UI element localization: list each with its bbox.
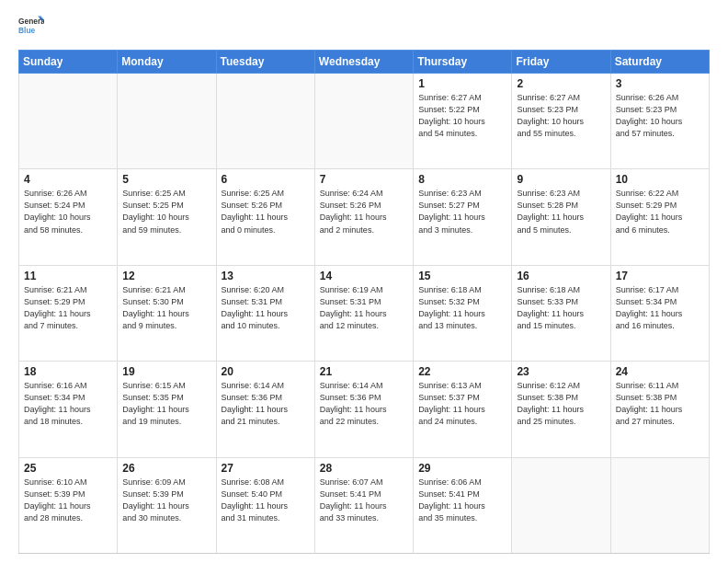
week-row-4: 18Sunrise: 6:16 AM Sunset: 5:34 PM Dayli… <box>19 362 710 457</box>
weekday-header-row: SundayMondayTuesdayWednesdayThursdayFrid… <box>19 51 710 74</box>
day-info: Sunrise: 6:16 AM Sunset: 5:34 PM Dayligh… <box>24 380 112 428</box>
day-number: 1 <box>418 77 506 90</box>
table-row: 5Sunrise: 6:25 AM Sunset: 5:25 PM Daylig… <box>118 169 216 265</box>
day-info: Sunrise: 6:25 AM Sunset: 5:25 PM Dayligh… <box>122 188 210 236</box>
day-number: 22 <box>418 365 506 378</box>
day-info: Sunrise: 6:11 AM Sunset: 5:38 PM Dayligh… <box>616 380 704 428</box>
table-row: 6Sunrise: 6:25 AM Sunset: 5:26 PM Daylig… <box>216 169 314 265</box>
day-info: Sunrise: 6:26 AM Sunset: 5:23 PM Dayligh… <box>616 92 704 140</box>
table-row: 20Sunrise: 6:14 AM Sunset: 5:36 PM Dayli… <box>216 362 314 457</box>
table-row <box>118 74 216 169</box>
day-info: Sunrise: 6:23 AM Sunset: 5:27 PM Dayligh… <box>418 188 506 236</box>
table-row: 18Sunrise: 6:16 AM Sunset: 5:34 PM Dayli… <box>19 362 118 457</box>
table-row <box>314 74 413 169</box>
day-number: 10 <box>616 173 704 186</box>
table-row: 19Sunrise: 6:15 AM Sunset: 5:35 PM Dayli… <box>118 362 216 457</box>
day-info: Sunrise: 6:18 AM Sunset: 5:32 PM Dayligh… <box>418 284 506 332</box>
day-number: 27 <box>222 462 310 475</box>
week-row-3: 11Sunrise: 6:21 AM Sunset: 5:29 PM Dayli… <box>19 265 710 361</box>
day-info: Sunrise: 6:20 AM Sunset: 5:31 PM Dayligh… <box>222 284 310 332</box>
table-row: 21Sunrise: 6:14 AM Sunset: 5:36 PM Dayli… <box>314 362 413 457</box>
weekday-header-wednesday: Wednesday <box>314 51 413 74</box>
day-info: Sunrise: 6:14 AM Sunset: 5:36 PM Dayligh… <box>222 380 310 428</box>
table-row: 15Sunrise: 6:18 AM Sunset: 5:32 PM Dayli… <box>414 265 512 361</box>
day-number: 8 <box>418 173 506 186</box>
table-row: 27Sunrise: 6:08 AM Sunset: 5:40 PM Dayli… <box>216 457 314 553</box>
calendar-header: SundayMondayTuesdayWednesdayThursdayFrid… <box>19 51 710 74</box>
table-row: 26Sunrise: 6:09 AM Sunset: 5:39 PM Dayli… <box>118 457 216 553</box>
day-number: 16 <box>517 270 605 282</box>
table-row: 2Sunrise: 6:27 AM Sunset: 5:23 PM Daylig… <box>512 74 610 169</box>
table-row: 16Sunrise: 6:18 AM Sunset: 5:33 PM Dayli… <box>512 265 610 361</box>
table-row: 3Sunrise: 6:26 AM Sunset: 5:23 PM Daylig… <box>610 74 709 169</box>
day-number: 2 <box>517 77 605 90</box>
table-row: 1Sunrise: 6:27 AM Sunset: 5:22 PM Daylig… <box>414 74 512 169</box>
table-row: 29Sunrise: 6:06 AM Sunset: 5:41 PM Dayli… <box>414 457 512 553</box>
day-info: Sunrise: 6:22 AM Sunset: 5:29 PM Dayligh… <box>616 188 704 236</box>
table-row: 4Sunrise: 6:26 AM Sunset: 5:24 PM Daylig… <box>19 169 118 265</box>
day-number: 23 <box>517 365 605 378</box>
table-row: 12Sunrise: 6:21 AM Sunset: 5:30 PM Dayli… <box>118 265 216 361</box>
day-info: Sunrise: 6:13 AM Sunset: 5:37 PM Dayligh… <box>418 380 506 428</box>
day-info: Sunrise: 6:08 AM Sunset: 5:40 PM Dayligh… <box>222 477 310 524</box>
calendar-table: SundayMondayTuesdayWednesdayThursdayFrid… <box>18 50 710 554</box>
calendar-body: 1Sunrise: 6:27 AM Sunset: 5:22 PM Daylig… <box>19 74 710 554</box>
table-row: 7Sunrise: 6:24 AM Sunset: 5:26 PM Daylig… <box>314 169 413 265</box>
day-number: 15 <box>418 270 506 282</box>
weekday-header-friday: Friday <box>512 51 610 74</box>
week-row-2: 4Sunrise: 6:26 AM Sunset: 5:24 PM Daylig… <box>19 169 710 265</box>
day-number: 4 <box>24 173 112 186</box>
day-number: 21 <box>320 365 408 378</box>
day-number: 19 <box>122 365 210 378</box>
day-info: Sunrise: 6:14 AM Sunset: 5:36 PM Dayligh… <box>320 380 408 428</box>
table-row: 28Sunrise: 6:07 AM Sunset: 5:41 PM Dayli… <box>314 457 413 553</box>
day-number: 9 <box>517 173 605 186</box>
table-row: 24Sunrise: 6:11 AM Sunset: 5:38 PM Dayli… <box>610 362 709 457</box>
table-row: 23Sunrise: 6:12 AM Sunset: 5:38 PM Dayli… <box>512 362 610 457</box>
day-info: Sunrise: 6:09 AM Sunset: 5:39 PM Dayligh… <box>122 477 210 524</box>
day-info: Sunrise: 6:21 AM Sunset: 5:30 PM Dayligh… <box>122 284 210 332</box>
weekday-header-saturday: Saturday <box>610 51 709 74</box>
day-info: Sunrise: 6:15 AM Sunset: 5:35 PM Dayligh… <box>122 380 210 428</box>
table-row <box>216 74 314 169</box>
svg-text:Blue: Blue <box>18 26 35 35</box>
page: General Blue SundayMondayTuesdayWednesda… <box>0 0 728 563</box>
table-row: 25Sunrise: 6:10 AM Sunset: 5:39 PM Dayli… <box>19 457 118 553</box>
day-number: 29 <box>418 462 506 475</box>
day-info: Sunrise: 6:25 AM Sunset: 5:26 PM Dayligh… <box>222 188 310 236</box>
weekday-header-tuesday: Tuesday <box>216 51 314 74</box>
table-row <box>19 74 118 169</box>
day-number: 6 <box>222 173 310 186</box>
day-number: 14 <box>320 270 408 282</box>
weekday-header-thursday: Thursday <box>414 51 512 74</box>
header: General Blue <box>18 15 710 40</box>
day-info: Sunrise: 6:27 AM Sunset: 5:23 PM Dayligh… <box>517 92 605 140</box>
logo: General Blue <box>18 15 44 40</box>
day-number: 7 <box>320 173 408 186</box>
table-row: 10Sunrise: 6:22 AM Sunset: 5:29 PM Dayli… <box>610 169 709 265</box>
day-info: Sunrise: 6:07 AM Sunset: 5:41 PM Dayligh… <box>320 477 408 524</box>
table-row: 14Sunrise: 6:19 AM Sunset: 5:31 PM Dayli… <box>314 265 413 361</box>
day-info: Sunrise: 6:27 AM Sunset: 5:22 PM Dayligh… <box>418 92 506 140</box>
day-info: Sunrise: 6:24 AM Sunset: 5:26 PM Dayligh… <box>320 188 408 236</box>
table-row <box>610 457 709 553</box>
day-info: Sunrise: 6:26 AM Sunset: 5:24 PM Dayligh… <box>24 188 112 236</box>
day-info: Sunrise: 6:18 AM Sunset: 5:33 PM Dayligh… <box>517 284 605 332</box>
day-info: Sunrise: 6:06 AM Sunset: 5:41 PM Dayligh… <box>418 477 506 524</box>
day-number: 26 <box>122 462 210 475</box>
week-row-1: 1Sunrise: 6:27 AM Sunset: 5:22 PM Daylig… <box>19 74 710 169</box>
week-row-5: 25Sunrise: 6:10 AM Sunset: 5:39 PM Dayli… <box>19 457 710 553</box>
day-info: Sunrise: 6:23 AM Sunset: 5:28 PM Dayligh… <box>517 188 605 236</box>
day-info: Sunrise: 6:19 AM Sunset: 5:31 PM Dayligh… <box>320 284 408 332</box>
day-number: 3 <box>616 77 704 90</box>
day-number: 5 <box>122 173 210 186</box>
day-number: 25 <box>24 462 112 475</box>
day-info: Sunrise: 6:17 AM Sunset: 5:34 PM Dayligh… <box>616 284 704 332</box>
day-info: Sunrise: 6:10 AM Sunset: 5:39 PM Dayligh… <box>24 477 112 524</box>
table-row: 13Sunrise: 6:20 AM Sunset: 5:31 PM Dayli… <box>216 265 314 361</box>
day-number: 18 <box>24 365 112 378</box>
table-row: 17Sunrise: 6:17 AM Sunset: 5:34 PM Dayli… <box>610 265 709 361</box>
logo-icon: General Blue <box>18 15 44 40</box>
weekday-header-monday: Monday <box>118 51 216 74</box>
table-row: 11Sunrise: 6:21 AM Sunset: 5:29 PM Dayli… <box>19 265 118 361</box>
